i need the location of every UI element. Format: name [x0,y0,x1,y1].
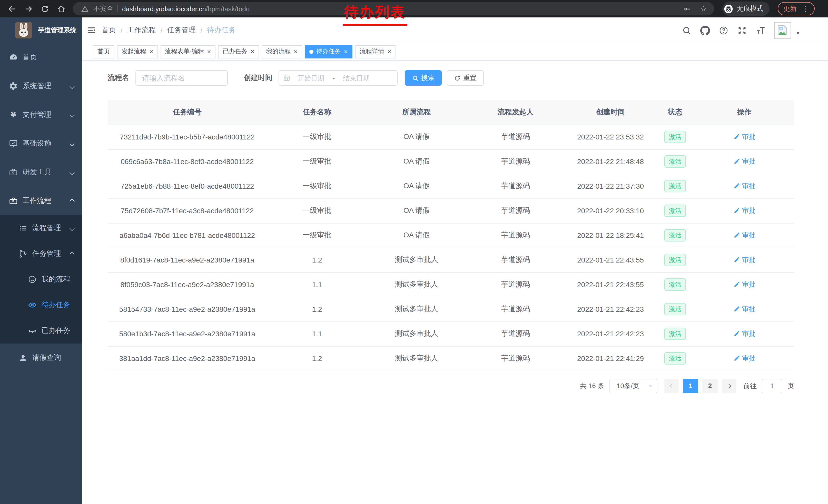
reset-button[interactable]: 重置 [447,70,484,86]
table-row: 381aa1dd-7ac8-11ec-a9e2-a2380e71991a1.2测… [108,346,794,371]
sidebar-item-4[interactable]: 研发工具 [0,158,82,187]
page-size-select[interactable]: 10条/页 [610,379,657,393]
tab-6[interactable]: 流程详情× [355,45,396,58]
chevron-down-icon [70,112,75,118]
process-name-input[interactable] [135,70,228,86]
avatar-caret-icon[interactable]: ▾ [797,30,799,36]
breadcrumb-item-2[interactable]: 任务管理 [167,26,196,35]
sidebar-item-3[interactable]: 基础设施 [0,129,82,158]
pencil-icon [733,281,740,288]
next-page-button[interactable] [722,379,736,393]
key-icon[interactable] [682,4,692,13]
bookmark-star-icon[interactable]: ☆ [700,4,707,13]
cell-task-name: 一级审批 [267,223,367,248]
cell-starter: 芋道源码 [466,125,565,149]
tab-label: 待办任务 [316,47,341,56]
tab-3[interactable]: 已办任务× [218,45,259,58]
help-icon[interactable] [719,26,729,35]
approve-link[interactable]: 审批 [733,157,755,166]
prev-page-button[interactable] [664,379,679,393]
browser-update-button[interactable]: 更新 ⋮ [778,2,815,15]
tab-close-icon[interactable]: × [207,48,211,55]
browser-chrome: 不安全 dashboard.yudao.iocoder.cn/bpm/task/… [0,0,828,17]
approve-link[interactable]: 审批 [733,329,755,338]
search-button[interactable]: 搜索 [405,70,442,86]
browser-back-icon[interactable] [5,2,18,15]
browser-reload-icon[interactable] [38,2,51,15]
reset-button-label: 重置 [463,73,477,83]
browser-menu-icon[interactable]: ⋮ [802,5,809,12]
status-badge: 激活 [664,229,686,241]
font-size-icon[interactable] [756,26,765,35]
chevron-down-icon [70,141,75,146]
breadcrumb-item-0[interactable]: 首页 [101,26,116,35]
tab-4[interactable]: 我的流程× [262,45,302,58]
tab-5[interactable]: 待办任务× [305,45,353,58]
sidebar-item-5[interactable]: 工作流程 [0,187,82,215]
fullscreen-icon[interactable] [737,26,747,35]
sidebar-item-label: 系统管理 [23,82,51,91]
process-name-label: 流程名 [108,73,129,83]
cell-created: 2022-01-22 23:53:32 [565,125,656,149]
table-row: 75d72608-7b7f-11ec-a3c8-acde48001122一级审批… [108,198,794,223]
approve-link[interactable]: 审批 [733,182,755,191]
app-logo-rabbit-icon [15,22,32,39]
security-warning-label[interactable]: 不安全 [93,4,113,13]
approve-link[interactable]: 审批 [733,280,755,289]
search-icon[interactable] [682,26,692,35]
sidebar-item-10[interactable]: 已办任务 [0,318,82,343]
approve-link[interactable]: 审批 [733,132,755,141]
tab-label: 我的流程 [266,47,291,56]
approve-link[interactable]: 审批 [733,255,755,265]
date-range-picker[interactable]: - [279,70,398,86]
cell-action: 审批 [695,149,794,174]
pencil-icon [733,208,740,214]
approve-link[interactable]: 审批 [733,305,755,314]
sidebar-item-8[interactable]: 我的流程 [0,267,82,292]
eye-closed-icon [28,326,37,335]
tab-1[interactable]: 发起流程× [117,45,158,58]
status-badge: 激活 [664,254,686,266]
cell-created: 2022-01-22 21:48:48 [565,149,656,174]
goto-page-input[interactable] [762,379,782,393]
approve-label: 审批 [742,305,755,314]
sidebar-item-6[interactable]: 流程管理 [0,215,82,241]
tab-close-icon[interactable]: × [294,48,298,55]
cell-process: OA 请假 [367,174,466,198]
tab-2[interactable]: 流程表单-编辑× [160,45,215,58]
sidebar-collapse-icon[interactable] [84,23,98,37]
cell-task-id: 73211d9d-7b9b-11ec-b5b7-acde48001122 [108,125,267,149]
sidebar-item-7[interactable]: 任务管理 [0,241,82,267]
sidebar-item-9[interactable]: 待办任务 [0,292,82,318]
github-icon[interactable] [700,26,710,35]
avatar[interactable] [774,22,791,39]
approve-link[interactable]: 审批 [733,354,755,363]
browser-home-icon[interactable] [54,2,68,15]
page-1-button[interactable]: 1 [683,379,698,393]
tab-close-icon[interactable]: × [250,48,254,55]
cell-task-id: 8f059c03-7ac8-11ec-a9e2-a2380e71991a [108,272,267,297]
update-label[interactable]: 更新 [783,4,797,13]
pencil-icon [733,306,740,313]
tab-close-icon[interactable]: × [387,48,391,55]
end-date-input[interactable] [336,74,377,82]
sidebar-item-1[interactable]: 系统管理 [0,72,82,100]
sidebar-item-label: 工作流程 [23,196,51,205]
sidebar-item-11[interactable]: 请假查询 [0,343,82,372]
breadcrumb-item-1[interactable]: 工作流程 [127,26,156,35]
tab-0[interactable]: 首页 [93,45,114,58]
tab-close-icon[interactable]: × [149,48,153,55]
cell-process: 测试多审批人 [367,297,466,321]
approve-link[interactable]: 审批 [733,206,755,215]
cell-task-id: 580e1b3d-7ac8-11ec-a9e2-a2380e71991a [108,321,267,346]
tab-close-icon[interactable]: × [344,48,348,55]
app-logo-row[interactable]: 芋道管理系统 [0,17,82,43]
browser-forward-icon[interactable] [22,2,35,15]
gauge-icon [9,53,18,62]
cell-task-id: 725a1eb6-7b88-11ec-8ef0-acde48001122 [108,174,267,198]
start-date-input[interactable] [290,74,331,82]
sidebar-item-2[interactable]: ¥支付管理 [0,100,82,129]
page-2-button[interactable]: 2 [702,379,718,393]
sidebar-item-0[interactable]: 首页 [0,43,82,72]
approve-link[interactable]: 审批 [733,231,755,240]
